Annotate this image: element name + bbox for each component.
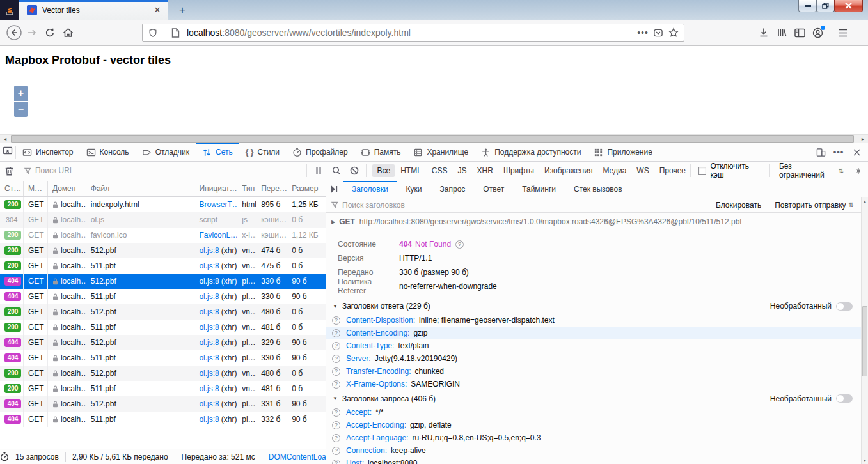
pocket-icon[interactable] (651, 28, 666, 38)
close-button[interactable] (834, 0, 863, 12)
header-row[interactable]: ?Host:localhost:8080 (326, 457, 868, 464)
column-header[interactable]: Тип (237, 181, 256, 196)
back-icon[interactable] (5, 24, 23, 42)
header-help-icon[interactable]: ? (332, 342, 340, 350)
menu-icon[interactable] (833, 24, 851, 42)
home-icon[interactable] (59, 24, 77, 42)
network-request-row[interactable]: 404GETlocalh…512.pbfol.js:8(xhr)pl…331 б… (0, 396, 326, 412)
network-request-row[interactable]: 200GETlocalh…512.pbfol.js:8(xhr)vn…480 б… (0, 366, 326, 381)
response-headers-section[interactable]: ▼ Заголовки ответа (229 б) Необработанны… (326, 298, 868, 314)
scroll-down-icon[interactable]: ▼ (862, 457, 868, 464)
header-help-icon[interactable]: ? (332, 380, 340, 389)
reload-icon[interactable] (41, 24, 59, 42)
header-row[interactable]: ?Content-Disposition:inline; filename=ge… (326, 314, 868, 327)
devtools-tab-accessibility[interactable]: Поддержка доступности (475, 143, 587, 161)
column-header[interactable]: Домен (48, 181, 86, 196)
sidebar-icon[interactable] (791, 24, 809, 42)
zoom-out-button[interactable]: − (14, 102, 28, 117)
column-header[interactable]: Инициат… (194, 181, 237, 196)
url-bar[interactable]: localhost:8080/geoserver/www/vectortiles… (142, 24, 684, 42)
header-row[interactable]: ?X-Frame-Options:SAMEORIGIN (326, 378, 868, 391)
shield-icon[interactable] (145, 28, 161, 38)
meatball-menu-icon[interactable]: ••• (831, 144, 846, 160)
throttling-dropdown[interactable]: Без ограничений ⇅ (770, 162, 853, 180)
new-tab-button[interactable]: + (174, 3, 191, 18)
url-filter[interactable] (19, 166, 306, 175)
header-help-icon[interactable]: ? (332, 367, 340, 376)
header-help-icon[interactable]: ? (332, 447, 340, 455)
restore-button[interactable] (816, 0, 835, 12)
header-row[interactable]: ?Connection:keep-alive (326, 444, 868, 457)
block-request-button[interactable]: Блокировать (709, 197, 768, 212)
column-header[interactable]: Ст… (0, 181, 24, 196)
scrollbar-thumb[interactable] (11, 135, 854, 143)
bookmark-star-icon[interactable] (666, 27, 681, 38)
header-help-icon[interactable]: ? (332, 408, 340, 417)
devtools-tab-console[interactable]: Консоль (80, 143, 136, 161)
network-request-row[interactable]: 404GETlocalh…512.pbfol.js:8(xhr)pl…329 б… (0, 335, 326, 350)
node-picker-icon[interactable] (0, 143, 15, 159)
url-filter-input[interactable] (35, 166, 291, 175)
headers-filter[interactable]: Блокировать Повторить отправку⇅ (326, 197, 868, 213)
search-icon[interactable] (329, 163, 344, 178)
devtools-tab-memory[interactable]: Память (354, 143, 407, 161)
details-tab[interactable]: Тайминги (513, 181, 565, 197)
details-tab[interactable]: Ответ (474, 181, 513, 197)
forward-icon[interactable] (23, 24, 41, 42)
devtools-tab-profiler[interactable]: Профайлер (286, 143, 354, 161)
url-text[interactable]: localhost:8080/geoserver/www/vectortiles… (187, 27, 635, 38)
page-actions-icon[interactable]: ••• (635, 27, 651, 38)
disable-cache-option[interactable]: Отключить кэш (691, 162, 769, 180)
network-request-row[interactable]: 200GETlocalh…favicon.icoFaviconL…x-i…кэш… (0, 228, 326, 243)
download-icon[interactable] (755, 24, 773, 42)
devtools-tab-application[interactable]: Приложение (587, 143, 658, 161)
responsive-mode-icon[interactable] (813, 144, 828, 160)
filter-все[interactable]: Все (372, 164, 395, 177)
filter-изображения[interactable]: Изображения (540, 164, 597, 177)
network-request-row[interactable]: 304GETlocalh…ol.jsscriptjsкэши…0 б (0, 212, 326, 228)
network-request-row[interactable]: 404GETlocalh…511.pbfol.js:8(xhr)pl…330 б… (0, 350, 326, 366)
network-request-row[interactable]: 200GETlocalh…512.pbfol.js:8(xhr)vn…474 б… (0, 243, 326, 258)
network-request-row[interactable]: 200GETlocalh…511.pbfol.js:8(xhr)vn…481 б… (0, 381, 326, 396)
header-row[interactable]: ?Content-Encoding:gzip (326, 327, 868, 339)
expand-request-icon[interactable]: ▶ (331, 219, 335, 225)
header-row[interactable]: ?Accept-Encoding:gzip, deflate (326, 419, 868, 431)
clear-requests-trash-icon[interactable] (0, 166, 19, 176)
raw-headers-toggle[interactable] (836, 302, 853, 311)
collapse-details-icon[interactable] (326, 181, 343, 197)
header-help-icon[interactable]: ? (332, 421, 340, 429)
header-help-icon[interactable]: ? (332, 434, 340, 442)
pause-icon[interactable] (311, 163, 326, 178)
close-devtools-icon[interactable] (849, 144, 864, 160)
zoom-in-button[interactable]: + (14, 86, 28, 101)
app-icon[interactable] (0, 0, 19, 20)
devtools-tab-network[interactable]: Сеть (196, 143, 239, 161)
minimize-button[interactable] (798, 0, 817, 12)
filter-js[interactable]: JS (454, 164, 471, 177)
header-row[interactable]: ?Transfer-Encoding:chunked (326, 365, 868, 378)
tab-close-icon[interactable]: ✕ (152, 5, 163, 15)
filter-прочее[interactable]: Прочее (655, 164, 690, 177)
devtools-tab-storage[interactable]: Хранилище (407, 143, 475, 161)
header-help-icon[interactable]: ? (332, 355, 340, 363)
page-icon[interactable] (168, 28, 183, 38)
block-icon[interactable] (347, 163, 362, 178)
details-tab[interactable]: Куки (397, 181, 431, 197)
header-help-icon[interactable]: ? (332, 316, 340, 325)
filter-xhr[interactable]: XHR (473, 164, 498, 177)
details-scrollbar[interactable]: ▲ ▼ (861, 197, 868, 464)
column-header[interactable]: Пере… (256, 181, 287, 196)
header-help-icon[interactable]: ? (332, 460, 340, 464)
column-header[interactable]: М… (24, 181, 48, 196)
column-header[interactable]: Файл (86, 181, 195, 196)
library-icon[interactable] (773, 24, 791, 42)
column-header[interactable]: Размер (287, 181, 326, 196)
header-help-icon[interactable]: ? (332, 329, 340, 337)
header-row[interactable]: ?Accept:*/* (326, 406, 868, 419)
filter-шрифты[interactable]: Шрифты (499, 164, 539, 177)
filter-медиа[interactable]: Медиа (598, 164, 631, 177)
network-request-row[interactable]: 200GETlocalh…511.pbfol.js:8(xhr)vn…475 б… (0, 258, 326, 274)
devtools-tab-inspector[interactable]: Инспектор (16, 143, 80, 161)
devtools-tab-debugger[interactable]: Отладчик (136, 143, 196, 161)
filter-ws[interactable]: WS (632, 164, 653, 177)
